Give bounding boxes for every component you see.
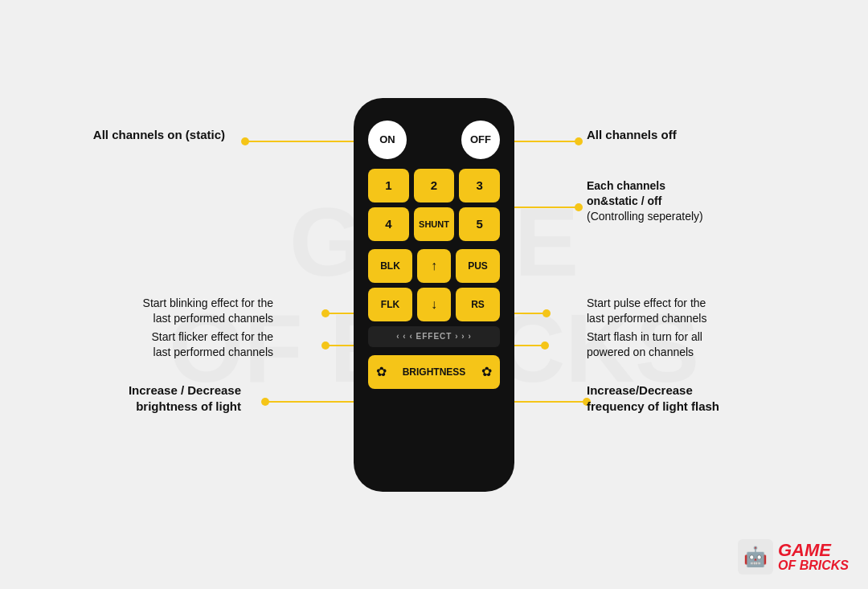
- up-arrow-button[interactable]: ↑: [417, 249, 451, 283]
- svg-point-17: [542, 309, 551, 317]
- channel-2-button[interactable]: 2: [414, 169, 455, 202]
- channel-3-button[interactable]: 3: [459, 169, 500, 202]
- blk-button[interactable]: BLK: [368, 249, 412, 283]
- remote-control: ON OFF 1 2 3 4 SHUNT 5 BLK ↑ PUS FLK ↓ R…: [354, 98, 514, 492]
- effect-label-bar: ‹ ‹ ‹ EFFECT › › ›: [368, 326, 500, 347]
- down-arrow-button[interactable]: ↓: [417, 288, 451, 321]
- svg-point-7: [575, 203, 583, 211]
- channel-5-button[interactable]: 5: [459, 207, 500, 241]
- flk-button[interactable]: FLK: [368, 288, 412, 321]
- logo-bricks-label: OF BRICKS: [778, 559, 849, 572]
- channel-4-button[interactable]: 4: [368, 207, 409, 241]
- channel-grid: 1 2 3 4 SHUNT 5: [368, 169, 500, 241]
- all-channels-off-label: All channels off: [587, 127, 747, 143]
- brightness-left-label: Increase / Decrease brightness of light: [48, 382, 241, 415]
- start-pulse-label: Start pulse effect for the last performe…: [587, 296, 780, 326]
- start-flash-label: Start flash in turn for all powered on c…: [587, 329, 780, 360]
- brightness-label: BRIGHTNESS: [403, 366, 466, 378]
- logo-text: GAME OF BRICKS: [778, 542, 849, 572]
- each-channels-label: Each channels on&static / off (Controlli…: [587, 178, 772, 224]
- shunt-button[interactable]: SHUNT: [414, 207, 455, 241]
- svg-point-4: [575, 137, 583, 145]
- svg-point-10: [321, 309, 330, 317]
- all-channels-on-label: All channels on (static): [48, 127, 225, 143]
- start-flicker-label: Start flicker effect for the last perfor…: [48, 329, 273, 360]
- pus-button[interactable]: PUS: [456, 249, 500, 283]
- svg-point-13: [321, 342, 330, 350]
- rs-button[interactable]: RS: [456, 288, 500, 321]
- logo-game-label: GAME: [778, 542, 849, 559]
- svg-point-22: [261, 398, 269, 406]
- brightness-decrease-icon: ✿: [376, 364, 387, 379]
- off-button[interactable]: OFF: [461, 121, 500, 159]
- brightness-bar[interactable]: ✿ BRIGHTNESS ✿: [368, 355, 500, 389]
- logo-robot-icon: 🤖: [738, 539, 773, 575]
- brightness-increase-icon: ✿: [481, 364, 492, 379]
- effect-section: BLK ↑ PUS FLK ↓ RS ‹ ‹ ‹ EFFECT › › ›: [368, 249, 500, 347]
- on-button[interactable]: ON: [368, 121, 407, 159]
- channel-1-button[interactable]: 1: [368, 169, 409, 202]
- start-blinking-label: Start blinking effect for the last perfo…: [48, 296, 273, 326]
- logo: 🤖 GAME OF BRICKS: [738, 539, 849, 575]
- svg-point-1: [241, 137, 249, 145]
- brightness-right-label: Increase/Decrease frequency of light fla…: [587, 382, 780, 415]
- svg-point-20: [541, 342, 549, 350]
